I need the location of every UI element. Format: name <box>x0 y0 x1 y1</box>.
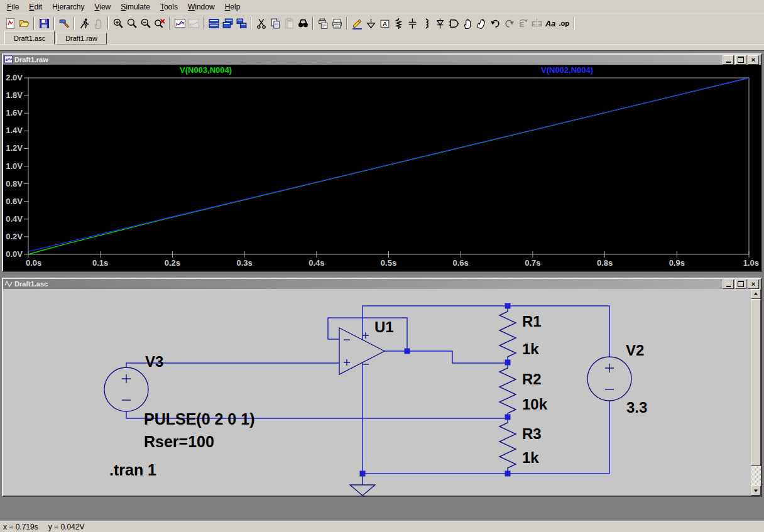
scroll-down-icon[interactable] <box>751 486 761 496</box>
voltage-source-V3-symbol[interactable] <box>104 367 148 411</box>
find-icon[interactable] <box>296 16 310 30</box>
toolbar-separator <box>251 17 252 30</box>
menu-tools[interactable]: Tools <box>155 1 183 13</box>
wire[interactable] <box>363 401 609 474</box>
minimize-button[interactable] <box>723 280 734 289</box>
menu-help[interactable]: Help <box>220 1 246 13</box>
close-button[interactable]: × <box>748 55 759 65</box>
y-tick-label: 0.2V <box>6 232 23 241</box>
r1-value-label[interactable]: 1k <box>522 340 539 357</box>
undo-icon[interactable] <box>488 16 502 30</box>
wire[interactable] <box>385 351 508 363</box>
svg-text:.op: .op <box>559 19 569 27</box>
spice-directive-icon[interactable]: .op <box>557 16 571 30</box>
redo-icon <box>502 16 516 30</box>
net-label-icon[interactable]: A <box>378 16 391 30</box>
zoom-out-icon[interactable] <box>139 16 153 30</box>
junction <box>405 349 410 354</box>
ltspice-app: FileEditHierarchyViewSimulateToolsWindow… <box>0 0 764 532</box>
zoom-back-icon[interactable] <box>125 16 139 30</box>
junction <box>505 471 511 477</box>
minimize-button[interactable] <box>723 55 734 65</box>
print-icon[interactable] <box>330 16 344 30</box>
toolbar-separator <box>33 17 35 30</box>
maximize-button[interactable] <box>735 280 746 289</box>
x-tick-label: 0.0s <box>26 258 41 268</box>
x-tick-label: 0.7s <box>525 258 540 268</box>
tab-draft1-asc[interactable]: Draft1.asc <box>4 31 55 45</box>
drag-icon[interactable] <box>474 16 488 30</box>
spice-directive-text[interactable]: .tran 1 <box>109 461 156 479</box>
copy-icon[interactable] <box>268 16 282 30</box>
vertical-scrollbar[interactable] <box>751 289 761 496</box>
schematic-canvas[interactable]: U1 R1 1k R2 10k R3 1k V2 3.3 V3 PULSE(0 … <box>3 289 761 496</box>
component-icon[interactable] <box>447 16 461 30</box>
menu-view[interactable]: View <box>89 1 116 13</box>
menu-simulate[interactable]: Simulate <box>116 1 155 13</box>
r2-value-label[interactable]: 10k <box>522 396 548 413</box>
paste-icon <box>282 16 296 30</box>
junction <box>505 415 511 420</box>
capacitor-icon[interactable] <box>405 16 419 30</box>
new-schematic-icon[interactable] <box>3 16 17 30</box>
autorange-y-icon[interactable] <box>173 16 187 30</box>
waveform-window-title: Draft1.raw <box>14 56 48 63</box>
toolbar-separator <box>346 17 347 30</box>
control-panel-icon[interactable] <box>57 16 71 30</box>
maximize-button[interactable] <box>735 55 746 65</box>
ground-icon[interactable] <box>364 16 378 30</box>
waveform-window-titlebar[interactable]: Draft1.raw × <box>3 55 761 65</box>
tile-windows-icon[interactable] <box>207 16 221 30</box>
zoom-full-extents-icon[interactable] <box>153 16 166 30</box>
resistor-R3-symbol[interactable] <box>499 417 516 474</box>
move-icon[interactable] <box>461 16 474 30</box>
scrollbar-thumb[interactable] <box>751 299 761 466</box>
menu-file[interactable]: File <box>2 1 24 13</box>
v3-pulse-label[interactable]: PULSE(0 2 0 1) <box>144 410 254 428</box>
menu-hierarchy[interactable]: Hierarchy <box>47 1 89 13</box>
close-button[interactable]: × <box>748 280 759 289</box>
run-icon[interactable] <box>77 16 91 30</box>
resistor-R1-symbol[interactable] <box>499 306 516 362</box>
trace-label[interactable]: V(N003,N004) <box>180 65 232 75</box>
v2-value-label[interactable]: 3.3 <box>626 399 647 416</box>
schematic-window-titlebar[interactable]: Draft1.asc × <box>3 279 761 289</box>
v3-ref-label[interactable]: V3 <box>145 353 163 370</box>
save-icon[interactable] <box>37 16 51 30</box>
inductor-icon[interactable] <box>419 16 433 30</box>
v2-ref-label[interactable]: V2 <box>626 342 644 359</box>
r1-ref-label[interactable]: R1 <box>522 313 542 330</box>
resistor-icon[interactable] <box>391 16 405 30</box>
text-icon[interactable]: Aa <box>543 16 557 30</box>
tab-draft1-raw[interactable]: Draft1.raw <box>56 33 107 45</box>
r2-ref-label[interactable]: R2 <box>522 371 542 388</box>
scroll-up-icon[interactable] <box>751 289 761 299</box>
open-icon[interactable] <box>17 16 31 30</box>
junction <box>360 471 366 477</box>
wire[interactable] <box>363 306 609 357</box>
waveform-plot-area[interactable]: 2.0V1.8V1.6V1.4V1.2V1.0V0.8V0.6V0.4V0.2V… <box>3 65 761 271</box>
cascade-windows-icon[interactable] <box>221 16 234 30</box>
r3-ref-label[interactable]: R3 <box>522 425 542 442</box>
arrange-icons-icon[interactable] <box>234 16 248 30</box>
print-preview-icon[interactable] <box>316 16 330 30</box>
schematic-labels: U1 R1 1k R2 10k R3 1k V2 3.3 V3 PULSE(0 … <box>109 313 647 479</box>
wire[interactable] <box>328 318 407 351</box>
voltage-source-V2-symbol[interactable] <box>587 357 631 401</box>
r3-value-label[interactable]: 1k <box>522 449 539 466</box>
zoom-in-icon[interactable] <box>111 16 125 30</box>
menu-window[interactable]: Window <box>183 1 220 13</box>
y-tick-label: 1.0V <box>6 161 23 171</box>
v3-rser-label[interactable]: Rser=100 <box>144 433 214 450</box>
cut-icon[interactable] <box>254 16 268 30</box>
diode-icon[interactable] <box>433 16 447 30</box>
menu-edit[interactable]: Edit <box>24 1 47 13</box>
ground-symbol[interactable] <box>350 474 375 496</box>
wire-icon[interactable] <box>350 16 364 30</box>
y-tick-label: 1.6V <box>6 108 23 117</box>
resistor-R2-symbol[interactable] <box>499 362 516 417</box>
schematic-window-icon <box>4 280 13 289</box>
opamp-ref-label[interactable]: U1 <box>374 318 394 335</box>
trace-label[interactable]: V(N002,N004) <box>541 65 593 75</box>
svg-text:Aa: Aa <box>545 19 555 28</box>
